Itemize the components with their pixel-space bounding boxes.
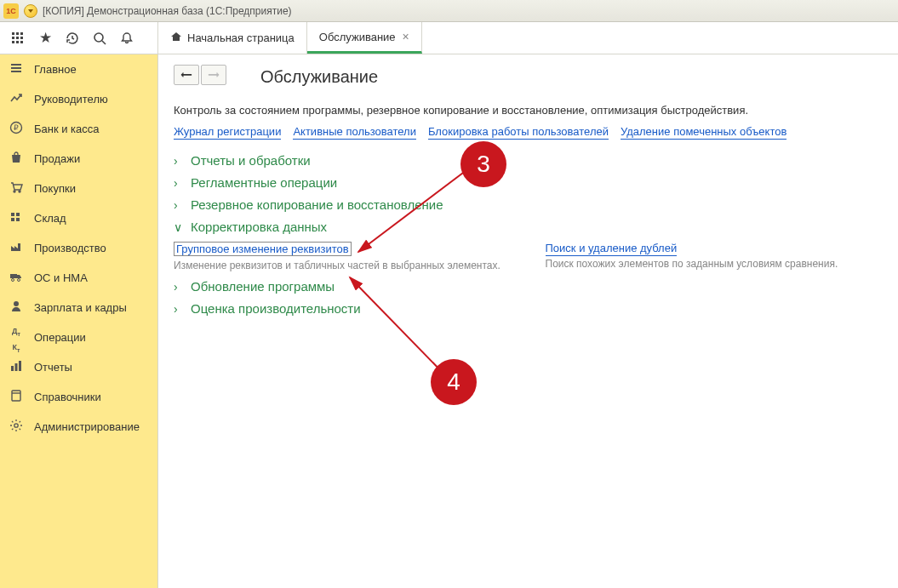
truck-icon — [9, 270, 24, 286]
trend-icon — [9, 91, 24, 107]
cart-icon — [9, 180, 24, 197]
nav-forward-button: 🠖 — [201, 65, 226, 85]
sidebar-item-0[interactable]: Главное — [0, 54, 157, 84]
sidebar-item-label: Главное — [34, 63, 77, 76]
svg-rect-8 — [20, 41, 23, 43]
person-icon — [9, 300, 24, 316]
close-icon[interactable]: × — [403, 30, 409, 43]
tab-home[interactable]: Начальная страница — [158, 22, 307, 54]
svg-point-17 — [19, 191, 20, 192]
sidebar-item-label: ОС и НМА — [34, 271, 88, 284]
section-label: Корректировка данных — [191, 220, 327, 234]
sidebar-item-4[interactable]: Покупки — [0, 174, 157, 203]
svg-rect-20 — [11, 218, 14, 221]
sidebar-item-label: Производство — [34, 242, 106, 254]
chevron-right-icon: › — [174, 154, 184, 168]
sidebar-item-label: Склад — [34, 212, 66, 225]
svg-text:₽: ₽ — [14, 123, 19, 132]
link-find-duplicates[interactable]: Поиск и удаление дублей — [546, 242, 678, 256]
section-1[interactable]: ›Регламентные операции — [174, 175, 883, 190]
sidebar-item-label: Справочники — [34, 391, 101, 403]
home-icon — [170, 31, 182, 45]
section-2[interactable]: ›Резервное копирование и восстановление — [174, 197, 883, 212]
svg-rect-19 — [16, 213, 20, 216]
sidebar-item-9[interactable]: ДтКтОперации — [0, 323, 157, 352]
sidebar-item-2[interactable]: ₽Банк и касса — [0, 114, 157, 144]
svg-rect-28 — [19, 361, 21, 371]
section-3[interactable]: ∨Корректировка данных — [174, 220, 883, 234]
top-link-3[interactable]: Удаление помеченных объектов — [621, 125, 786, 140]
tab-home-label: Начальная страница — [187, 31, 295, 44]
svg-rect-27 — [15, 363, 18, 371]
annotation-bubble-4: 4 — [431, 359, 477, 405]
sidebar-item-10[interactable]: Отчеты — [0, 352, 157, 382]
svg-point-23 — [12, 279, 14, 282]
tab-maintenance[interactable]: Обслуживание × — [307, 22, 422, 54]
sidebar-item-12[interactable]: Администрирование — [0, 412, 157, 442]
chevron-down-icon: ∨ — [174, 220, 184, 234]
svg-rect-0 — [12, 32, 14, 35]
page-description: Контроль за состоянием программы, резерв… — [174, 104, 883, 117]
bars-icon — [9, 359, 24, 375]
apps-icon[interactable] — [5, 26, 31, 51]
section-label: Отчеты и обработки — [191, 153, 311, 168]
section-label: Резервное копирование и восстановление — [191, 197, 443, 212]
sidebar-item-label: Отчеты — [34, 361, 72, 374]
sidebar-item-label: Продажи — [34, 152, 80, 165]
svg-rect-3 — [12, 37, 14, 39]
sidebar-item-label: Администрирование — [34, 420, 140, 433]
sidebar-item-1[interactable]: Руководителю — [0, 84, 157, 114]
sidebar-item-5[interactable]: Склад — [0, 203, 157, 233]
svg-rect-5 — [20, 37, 23, 39]
sidebar-item-label: Покупки — [34, 182, 76, 195]
sidebar-item-label: Операции — [34, 331, 86, 344]
svg-rect-6 — [12, 41, 14, 43]
content-area: 🠔 🠖 Обслуживание Контроль за состоянием … — [158, 54, 898, 588]
svg-point-31 — [14, 424, 18, 427]
chevron-right-icon: › — [174, 280, 184, 294]
book-icon — [9, 389, 24, 405]
svg-rect-21 — [16, 218, 20, 221]
sidebar-item-label: Зарплата и кадры — [34, 301, 127, 314]
top-link-1[interactable]: Активные пользователи — [293, 125, 416, 140]
section-5[interactable]: ›Оценка производительности — [174, 301, 883, 316]
sidebar-item-3[interactable]: Продажи — [0, 144, 157, 174]
svg-rect-22 — [10, 274, 17, 278]
sidebar-item-8[interactable]: Зарплата и кадры — [0, 293, 157, 323]
titlebar-dropdown-icon[interactable] — [24, 4, 37, 18]
svg-rect-7 — [16, 41, 19, 43]
menu-icon — [9, 61, 24, 77]
star-icon[interactable]: ★ — [32, 26, 58, 51]
desc-group-edit: Изменение реквизитов и табличных частей … — [174, 260, 512, 271]
top-link-0[interactable]: Журнал регистрации — [174, 125, 281, 140]
chevron-right-icon: › — [174, 176, 184, 190]
section-label: Обновление программы — [191, 279, 335, 294]
section-4[interactable]: ›Обновление программы — [174, 279, 883, 294]
section-0[interactable]: ›Отчеты и обработки — [174, 153, 883, 168]
sidebar-item-label: Банк и касса — [34, 123, 100, 135]
svg-point-24 — [18, 279, 20, 282]
sidebar-item-7[interactable]: ОС и НМА — [0, 263, 157, 293]
search-icon[interactable] — [87, 26, 112, 51]
tab-maintenance-label: Обслуживание — [319, 31, 396, 43]
svg-rect-18 — [11, 213, 14, 216]
sidebar-item-6[interactable]: Производство — [0, 233, 157, 263]
svg-rect-1 — [16, 32, 19, 35]
dtkt-icon: ДтКт — [9, 322, 24, 354]
top-link-2[interactable]: Блокировка работы пользователей — [428, 125, 609, 140]
nav-back-button[interactable]: 🠔 — [174, 65, 199, 85]
desc-find-duplicates: Поиск похожих элементов по заданным усло… — [546, 258, 884, 270]
chevron-right-icon: › — [174, 198, 184, 212]
boxes-icon — [9, 210, 24, 226]
sidebar-item-label: Руководителю — [34, 93, 108, 106]
svg-rect-29 — [12, 391, 20, 401]
history-icon[interactable] — [60, 26, 85, 51]
section-label: Регламентные операции — [191, 175, 337, 190]
sidebar-item-11[interactable]: Справочники — [0, 382, 157, 412]
chevron-right-icon: › — [174, 302, 184, 316]
link-group-edit[interactable]: Групповое изменение реквизитов — [174, 242, 352, 256]
svg-line-10 — [102, 41, 106, 44]
svg-point-25 — [14, 301, 19, 306]
factory-icon — [9, 240, 24, 256]
bell-icon[interactable] — [114, 26, 140, 51]
